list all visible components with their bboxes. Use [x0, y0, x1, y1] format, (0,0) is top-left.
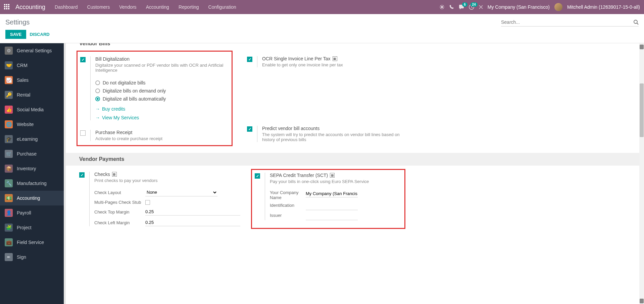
user-menu[interactable]: Mitchell Admin (12639017-15-0-all) [567, 4, 640, 10]
arrow-icon: → [95, 115, 100, 120]
link-buy-credits[interactable]: →Buy credits [95, 106, 229, 112]
sidebar-item-accounting[interactable]: 💵Accounting [0, 191, 64, 205]
sidebar-item-website[interactable]: 🌐Website [0, 117, 64, 132]
checkbox-predict[interactable] [247, 126, 252, 132]
discard-button[interactable]: DISCARD [30, 30, 49, 39]
search-icon[interactable] [633, 19, 639, 25]
content-scrollbar-thumb[interactable] [640, 299, 644, 303]
company-switcher[interactable]: My Company (San Francisco) [488, 4, 550, 10]
select-check-layout[interactable]: None [145, 188, 217, 196]
checkbox-sepa[interactable] [255, 173, 260, 179]
sidebar-item-rental[interactable]: 🔑Rental [0, 87, 64, 102]
debug-icon[interactable] [439, 4, 445, 10]
puzzle-icon: 🧩 [5, 224, 13, 232]
checkbox-multipage[interactable] [145, 200, 150, 205]
nav-reporting[interactable]: Reporting [179, 4, 199, 10]
setting-checks: Checks▦ Print checks to pay your vendors… [79, 172, 240, 226]
nav-accounting[interactable]: Accounting [146, 4, 169, 10]
chart-icon: 📈 [5, 76, 13, 84]
highlight-bill-digitalization: Bill Digitalization Digitalize your scan… [77, 51, 233, 146]
key-icon: 🔑 [5, 91, 13, 99]
title-ocr: OCR Single Invoice Line Per Tax▦ [262, 56, 408, 61]
sidebar-item-purchase[interactable]: 🛒Purchase [0, 146, 64, 161]
setting-purchase-receipt: Purchase Receipt Activate to create purc… [80, 130, 229, 141]
nav-dashboard[interactable]: Dashboard [55, 4, 78, 10]
checkbox-bill-digitalization[interactable] [80, 57, 86, 62]
main: ⚙General Settings 🤝CRM 📈Sales 🔑Rental 👍S… [0, 43, 644, 304]
label-multipage: Multi-Pages Check Stub [94, 200, 141, 205]
search-input[interactable] [501, 18, 633, 26]
close-icon[interactable] [479, 5, 483, 9]
section-vendor-payments: Vendor Payments [66, 153, 644, 166]
thumbsup-icon: 👍 [5, 106, 13, 114]
sidebar-item-inventory[interactable]: 📦Inventory [0, 161, 64, 176]
checkbox-ocr[interactable] [247, 57, 252, 62]
setting-predict: Predict vendor bill accounts The system … [247, 126, 408, 142]
content-scrollbar-thumb[interactable] [640, 83, 644, 137]
nav-vendors[interactable]: Vendors [119, 4, 136, 10]
content-scrollbar-thumb[interactable] [640, 45, 644, 49]
app-name: Accounting [15, 4, 45, 11]
checkbox-purchase-receipt[interactable] [80, 130, 86, 136]
sidebar-item-manufacturing[interactable]: 🔧Manufacturing [0, 176, 64, 191]
sidebar-item-general[interactable]: ⚙General Settings [0, 43, 64, 58]
navbar-right: 6 24 My Company (San Francisco) Mitchell… [439, 3, 640, 11]
title-purchase-receipt: Purchase Receipt [95, 130, 229, 135]
building-icon: ▦ [333, 56, 337, 61]
nav-menu: Dashboard Customers Vendors Accounting R… [55, 4, 236, 10]
cart-icon: 🛒 [5, 150, 13, 158]
radio-no-digitalize[interactable]: Do not digitalize bills [95, 79, 229, 87]
phone-icon[interactable] [449, 5, 454, 9]
title-sepa: SEPA Credit Transfer (SCT)▦ [270, 173, 402, 178]
desc-ocr: Enable to get only one invoice line per … [262, 62, 408, 67]
input-top-margin[interactable] [145, 208, 240, 216]
link-view-services[interactable]: →View My Services [95, 115, 229, 120]
sidebar-item-social[interactable]: 👍Social Media [0, 102, 64, 117]
content-scrollbar-track[interactable] [639, 43, 644, 304]
person-icon: 👤 [5, 209, 13, 217]
apps-icon[interactable] [4, 4, 10, 10]
sidebar-item-sign[interactable]: ✒Sign [0, 250, 64, 264]
briefcase-icon: 💼 [5, 238, 13, 246]
desc-bill-digitalization: Digitalize your scanned or PDF vendor bi… [95, 63, 229, 73]
globe-icon: 🌐 [5, 120, 13, 128]
avatar[interactable] [554, 3, 562, 11]
label-sepa-company: Your Company Name [270, 190, 302, 200]
input-sepa-ident[interactable] [306, 203, 358, 210]
nav-customers[interactable]: Customers [87, 4, 110, 10]
sidebar-item-crm[interactable]: 🤝CRM [0, 58, 64, 73]
checkbox-checks[interactable] [79, 172, 85, 178]
checks-form: Check Layout None Multi-Pages Check Stub… [94, 188, 240, 226]
desc-purchase-receipt: Activate to create purchase receipt [95, 136, 229, 141]
title-predict: Predict vendor bill accounts [262, 126, 408, 131]
content-wrap: Vendor Bills Bill Digitalization Digital… [66, 43, 644, 304]
setting-ocr: OCR Single Invoice Line Per Tax▦ Enable … [247, 56, 408, 67]
setting-bill-digitalization: Bill Digitalization Digitalize your scan… [80, 56, 229, 120]
wrench-icon: 🔧 [5, 179, 13, 187]
handshake-icon: 🤝 [5, 61, 13, 69]
sidebar-item-sales[interactable]: 📈Sales [0, 73, 64, 87]
radio-auto-digitalize[interactable]: Digitalize all bills automatically [95, 95, 229, 103]
save-button[interactable]: SAVE [5, 30, 26, 39]
radio-on-demand[interactable]: Digitalize bills on demand only [95, 87, 229, 95]
input-left-margin[interactable] [145, 219, 240, 226]
desc-predict: The system will try to predict the accou… [262, 132, 408, 142]
nav-configuration[interactable]: Configuration [208, 4, 236, 10]
search-box[interactable] [501, 18, 639, 26]
pen-icon: ✒ [5, 253, 13, 261]
activities-badge: 24 [470, 2, 478, 7]
input-sepa-company[interactable] [306, 190, 358, 197]
sidebar-item-payroll[interactable]: 👤Payroll [0, 205, 64, 220]
sidebar-item-elearning[interactable]: 🎓eLearning [0, 132, 64, 146]
top-navbar: Accounting Dashboard Customers Vendors A… [0, 0, 644, 14]
highlight-sepa: SEPA Credit Transfer (SCT)▦ Pay your bil… [251, 169, 405, 229]
box-icon: 📦 [5, 165, 13, 173]
sidebar-item-project[interactable]: 🧩Project [0, 220, 64, 235]
gear-icon: ⚙ [5, 47, 13, 55]
activities-icon[interactable]: 24 [469, 4, 474, 10]
input-sepa-issuer[interactable] [306, 213, 358, 220]
desc-checks: Print checks to pay your vendors [94, 178, 240, 183]
messages-icon[interactable]: 6 [459, 4, 464, 10]
svg-point-2 [634, 20, 637, 23]
sidebar-item-field[interactable]: 💼Field Service [0, 235, 64, 250]
